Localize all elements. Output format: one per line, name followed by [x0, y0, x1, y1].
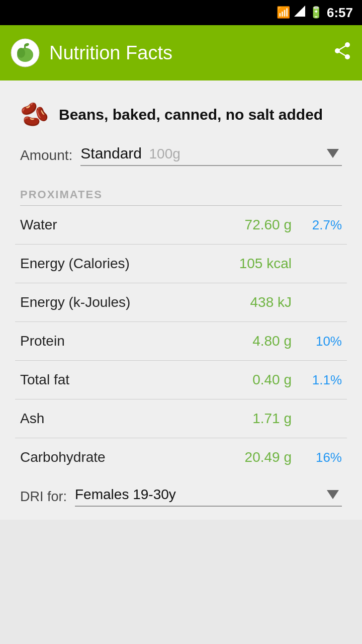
- main-content: 🫘 Beans, baked, canned, no salt added Am…: [0, 80, 362, 520]
- status-icons: 📶 🔋 6:57: [277, 5, 353, 21]
- toolbar: Nutrition Facts: [0, 25, 362, 80]
- nutrient-name: Protein: [20, 333, 201, 349]
- amount-label: Amount:: [20, 147, 72, 164]
- nutrition-row: Protein4.80 g10%: [15, 322, 347, 361]
- nutrient-pct: 10%: [302, 334, 342, 349]
- amount-display: Standard 100g: [80, 145, 180, 162]
- dri-dropdown-arrow-icon: [327, 490, 339, 499]
- nutrient-name: Total fat: [20, 372, 201, 388]
- nutrition-table: Water72.60 g2.7%Energy (Calories)105 kca…: [15, 206, 347, 476]
- nutrient-value: 0.40 g: [201, 372, 292, 388]
- svg-line-10: [337, 51, 347, 57]
- amount-grams: 100g: [149, 146, 180, 162]
- nutrient-name: Carbohydrate: [20, 449, 201, 465]
- nutrient-name: Water: [20, 217, 201, 233]
- dri-value: Females 19-30y: [75, 487, 176, 503]
- app-logo-icon: [10, 38, 40, 68]
- signal-icon: [294, 6, 305, 20]
- svg-marker-0: [294, 6, 305, 17]
- nutrient-pct: 16%: [302, 450, 342, 465]
- nutrient-value: 4.80 g: [201, 333, 292, 349]
- food-title-row: 🫘 Beans, baked, canned, no salt added: [15, 91, 347, 140]
- food-icon: 🫘: [20, 101, 49, 128]
- nutrient-value: 1.71 g: [201, 411, 292, 427]
- nutrient-value: 72.60 g: [201, 217, 292, 233]
- toolbar-title: Nutrition Facts: [49, 42, 172, 64]
- nutrient-name: Energy (Calories): [20, 256, 201, 272]
- nutrition-row: Total fat0.40 g1.1%: [15, 361, 347, 399]
- dri-row: DRI for: Females 19-30y: [15, 476, 347, 510]
- share-icon[interactable]: [333, 41, 352, 64]
- nutrition-row: Energy (k-Joules)438 kJ: [15, 283, 347, 322]
- nutrient-name: Energy (k-Joules): [20, 294, 201, 310]
- amount-value: Standard: [80, 145, 142, 162]
- nutrient-pct: 1.1%: [302, 372, 342, 388]
- proximates-section-header: PROXIMATES: [15, 184, 347, 205]
- svg-point-3: [17, 48, 25, 58]
- svg-line-9: [337, 45, 347, 51]
- proximates-label: PROXIMATES: [20, 188, 103, 201]
- nutrition-row: Energy (Calories)105 kcal: [15, 245, 347, 283]
- dri-label: DRI for:: [20, 489, 67, 505]
- amount-row: Amount: Standard 100g: [15, 140, 347, 169]
- nutrition-row: Water72.60 g2.7%: [15, 206, 347, 245]
- status-bar: 📶 🔋 6:57: [0, 0, 362, 25]
- dropdown-arrow-icon: [327, 149, 339, 158]
- toolbar-left: Nutrition Facts: [10, 38, 172, 68]
- nutrient-pct: 2.7%: [302, 217, 342, 233]
- nutrient-value: 20.49 g: [201, 449, 292, 465]
- dri-selector[interactable]: Females 19-30y: [75, 487, 342, 507]
- wifi-icon: 📶: [277, 6, 290, 19]
- nutrition-row: Ash1.71 g: [15, 399, 347, 438]
- amount-selector[interactable]: Standard 100g: [80, 145, 342, 166]
- food-name: Beans, baked, canned, no salt added: [59, 105, 323, 124]
- status-time: 6:57: [327, 5, 353, 21]
- battery-icon: 🔋: [309, 6, 323, 19]
- nutrient-value: 105 kcal: [201, 256, 292, 272]
- nutrient-value: 438 kJ: [201, 294, 292, 310]
- nutrition-row: Carbohydrate20.49 g16%: [15, 438, 347, 476]
- nutrient-name: Ash: [20, 411, 201, 427]
